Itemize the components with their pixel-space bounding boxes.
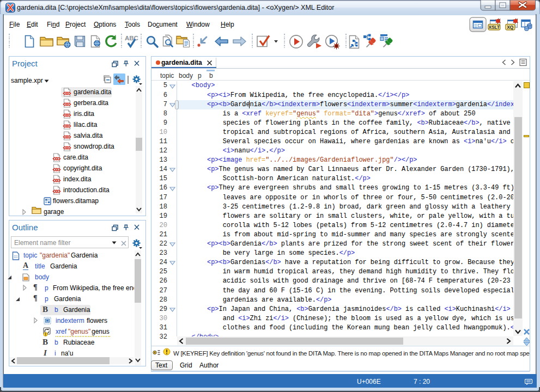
svg-text:XQ: XQ xyxy=(507,24,514,30)
svg-text:XSLT: XSLT xyxy=(488,24,500,30)
svg-text:ABC: ABC xyxy=(125,35,138,41)
